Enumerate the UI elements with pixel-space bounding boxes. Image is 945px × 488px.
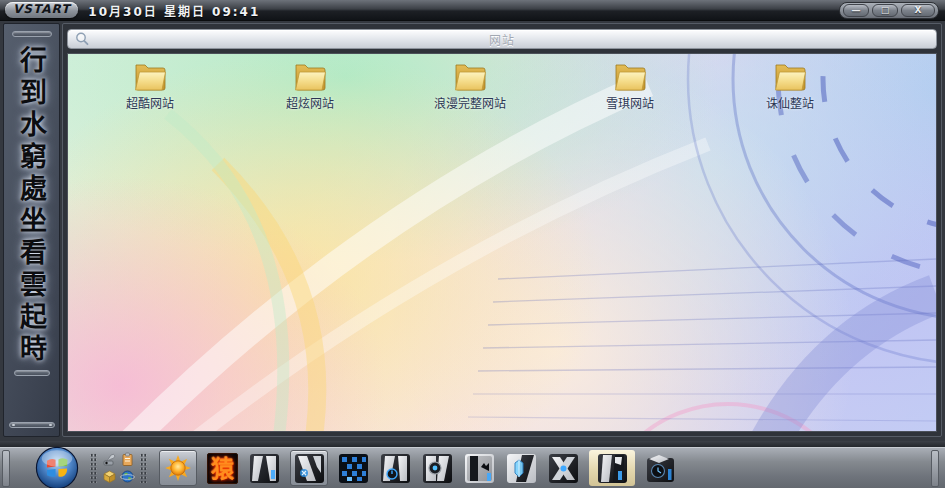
mech-n-icon[interactable] [248,452,281,485]
taskbar: 猿 [0,447,945,488]
folder-grid: 超酷网站 超炫网站 浪漫完整网站 [70,60,870,111]
sidebar-slider-middle[interactable] [14,370,50,376]
folder-item-xueqi[interactable]: 雪琪网站 [550,60,710,111]
taskbar-left-cap [2,450,10,487]
maximize-button[interactable]: □ [872,4,898,17]
folder-icon [452,60,488,91]
mech-x-icon[interactable] [547,452,580,485]
mech-bat-icon[interactable] [463,452,496,485]
sidebar: 行到水窮處坐看雲起時 [3,23,60,437]
package-icon[interactable] [101,469,118,485]
mech-folder-selected-icon[interactable] [589,450,635,486]
title-bar[interactable]: VSTART 10月30日 星期日 09:41 — □ X [0,0,945,21]
clock-date-text: 10月30日 星期日 09:41 [88,2,260,19]
folder-item-chaoku[interactable]: 超酷网站 [70,60,230,111]
close-button[interactable]: X [901,4,935,17]
windows-start-orb[interactable] [34,446,80,488]
sun-icon[interactable] [159,450,197,486]
clipboard-icon[interactable] [119,452,136,468]
flame-glyph: 猿 [211,457,234,480]
folder-label: 雪琪网站 [606,94,654,111]
sidebar-slider-bottom[interactable] [9,422,55,428]
folder-label: 诛仙整站 [766,94,814,111]
folder-label: 超酷网站 [126,94,174,111]
grip-handle[interactable] [90,453,97,483]
folder-icon [132,60,168,91]
quick-launch-grid [101,452,136,485]
folder-label: 浪漫完整网站 [434,94,506,111]
mech-power-icon[interactable] [379,452,412,485]
taskbar-app-icons: 猿 [159,450,677,486]
window-controls: — □ X [839,2,939,19]
folder-icon [292,60,328,91]
mech-crystal-icon[interactable] [505,452,538,485]
folder-icon [772,60,808,91]
globe-icon[interactable] [119,469,136,485]
vstart-logo: VSTART [5,2,78,18]
taskbar-right-cap [931,450,939,487]
mech-speaker-icon[interactable] [421,452,454,485]
mech-clock-icon[interactable] [644,452,677,485]
pixel-box-icon[interactable] [337,452,370,485]
gramophone-icon[interactable] [101,452,118,468]
folder-item-zhuxian[interactable]: 诛仙整站 [710,60,870,111]
category-title: 网站 [68,31,936,48]
sidebar-slider-top[interactable] [12,31,52,37]
category-bar[interactable]: 网站 [67,29,937,49]
folder-icon [612,60,648,91]
folder-label: 超炫网站 [286,94,334,111]
window-body: 行到水窮處坐看雲起時 网站 [0,21,945,441]
poem-calligraphy: 行到水窮處坐看雲起時 [12,46,51,366]
desktop-area[interactable]: 超酷网站 超炫网站 浪漫完整网站 [67,53,937,432]
quick-launch [88,451,149,485]
grip-handle[interactable] [140,453,147,483]
mech-n2-icon[interactable] [290,450,328,486]
flame-character-icon[interactable]: 猿 [206,452,239,485]
minimize-button[interactable]: — [843,4,869,17]
main-panel: 网站 [62,23,942,437]
folder-item-langman[interactable]: 浪漫完整网站 [390,60,550,111]
folder-item-chaoxuan[interactable]: 超炫网站 [230,60,390,111]
vstart-window: VSTART 10月30日 星期日 09:41 — □ X 行到水窮處坐看雲起時 [0,0,945,488]
